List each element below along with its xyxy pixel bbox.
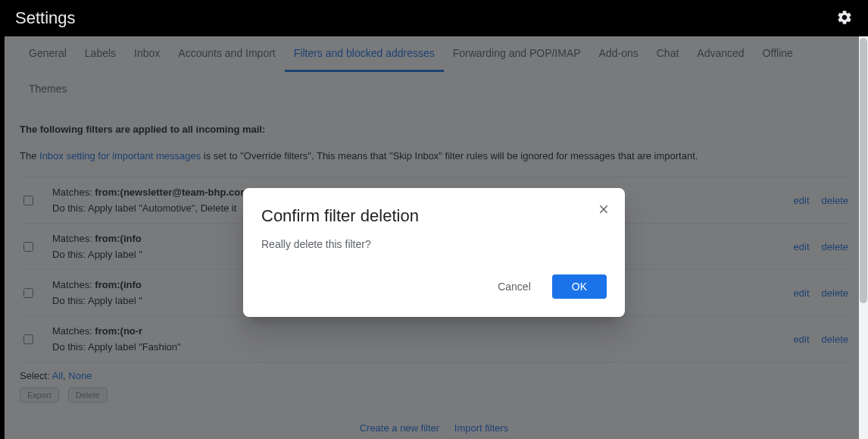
scrollbar-thumb[interactable] (860, 38, 867, 303)
dialog-message: Really delete this filter? (261, 238, 607, 250)
page-title: Settings (15, 8, 76, 28)
gear-icon[interactable] (836, 9, 853, 28)
close-icon[interactable] (595, 200, 613, 218)
app-header: Settings (0, 0, 868, 36)
ok-button[interactable]: OK (552, 274, 607, 299)
dialog-title: Confirm filter deletion (261, 206, 607, 226)
cancel-button[interactable]: Cancel (482, 274, 546, 299)
confirm-dialog: Confirm filter deletion Really delete th… (243, 188, 625, 317)
modal-overlay: Confirm filter deletion Really delete th… (5, 36, 863, 439)
